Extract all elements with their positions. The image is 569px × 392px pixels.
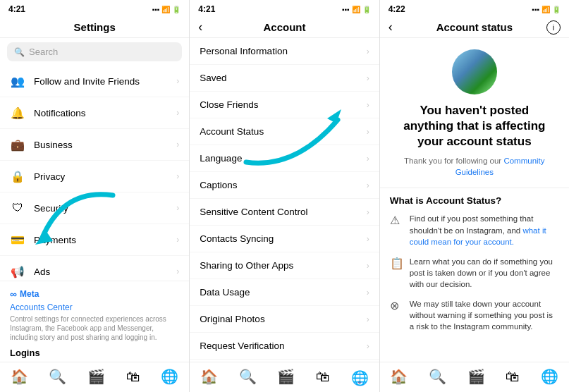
contacts-label: Contacts Syncing	[200, 233, 357, 244]
nav-search-2[interactable]: 🔍	[239, 368, 257, 385]
chevron-business: ›	[176, 140, 179, 149]
menu-notifications[interactable]: 🔔 Notifications ›	[0, 97, 189, 129]
business-label: Business	[34, 140, 168, 150]
chevron-captions: ›	[367, 180, 369, 190]
what-title: What is Account Status?	[390, 195, 559, 206]
info-item-2: 📋 Learn what you can do if something you…	[390, 256, 559, 290]
notif-icon: 🔔	[10, 105, 25, 121]
status-sub-text: Thank you for following our	[404, 157, 501, 165]
signal-icon-2: ▪▪▪	[342, 6, 350, 13]
language-label: Language	[200, 153, 357, 164]
status-icons-3: ▪▪▪ 📶 🔋	[532, 6, 561, 13]
nav-home-1[interactable]: 🏠	[11, 368, 28, 385]
chevron-sharing: ›	[367, 261, 369, 271]
privacy-icon: 🔒	[10, 169, 25, 184]
chevron-photos: ›	[367, 314, 369, 324]
info-text-1: Find out if you post something that shou…	[410, 213, 559, 247]
document-icon: 📋	[390, 257, 403, 270]
menu-close-friends[interactable]: Close Friends ›	[190, 92, 379, 118]
wifi-icon: 📶	[161, 6, 170, 13]
nav-profile-3[interactable]: 🌐	[541, 368, 558, 385]
account-link[interactable]: what it could mean for your account.	[410, 226, 546, 246]
nav-search-1[interactable]: 🔍	[49, 368, 66, 385]
wifi-icon-2: 📶	[352, 6, 360, 13]
status-heading: You haven't posted anything that is affe…	[380, 103, 569, 155]
account-screen: 4:21 ▪▪▪ 📶 🔋 ‹ Account Personal Informat…	[190, 0, 379, 392]
status-subtext: Thank you for following our Community Gu…	[380, 155, 569, 188]
menu-ads[interactable]: 📢 Ads ›	[0, 256, 189, 281]
settings-screen: 4:21 ▪▪▪ 📶 🔋 Settings 🔍 Search 👥 Follow …	[0, 0, 190, 392]
nav-home-3[interactable]: 🏠	[390, 368, 408, 385]
account-status-header: ‹ Account status i	[380, 17, 569, 38]
meta-logo: ∞ Meta	[10, 288, 179, 300]
menu-original-photos[interactable]: Original Photos ›	[190, 306, 379, 333]
notif-label: Notifications	[34, 108, 168, 118]
nav-shop-1[interactable]: 🛍	[126, 369, 140, 385]
chevron-verification: ›	[367, 341, 369, 351]
nav-reels-2[interactable]: 🎬	[277, 368, 295, 385]
menu-request-verification[interactable]: Request Verification ›	[190, 333, 379, 360]
info-button[interactable]: i	[546, 20, 561, 35]
captions-label: Captions	[200, 180, 357, 190]
payments-label: Payments	[34, 235, 168, 245]
battery-icon-2: 🔋	[362, 6, 371, 13]
nav-shop-3[interactable]: 🛍	[506, 369, 520, 385]
nav-profile-1[interactable]: 🌐	[161, 368, 178, 385]
menu-captions[interactable]: Captions ›	[190, 172, 379, 199]
back-button-status[interactable]: ‹	[388, 20, 393, 35]
nav-reels-3[interactable]: 🎬	[467, 368, 485, 385]
status-bar-2: 4:21 ▪▪▪ 📶 🔋	[190, 0, 379, 17]
signal-icon: ▪▪▪	[152, 6, 160, 13]
nav-home-2[interactable]: 🏠	[200, 368, 218, 385]
menu-payments[interactable]: 💳 Payments ›	[0, 224, 189, 256]
settings-menu-list: 👥 Follow and Invite Friends › 🔔 Notifica…	[0, 66, 189, 281]
nav-reels-1[interactable]: 🎬	[87, 368, 105, 385]
business-icon: 💼	[10, 137, 25, 152]
menu-security[interactable]: 🛡 Security ›	[0, 192, 189, 224]
bottom-nav-2: 🏠 🔍 🎬 🛍 🌐	[190, 362, 379, 392]
menu-contacts-syncing[interactable]: Contacts Syncing ›	[190, 226, 379, 252]
account-status-screen: 4:22 ▪▪▪ 📶 🔋 ‹ Account status i You have…	[380, 0, 569, 392]
chevron-sensitive: ›	[367, 207, 369, 217]
search-placeholder: Search	[29, 47, 58, 57]
signal-icon-3: ▪▪▪	[532, 6, 539, 13]
follow-label: Follow and Invite Friends	[34, 76, 168, 87]
back-button-account[interactable]: ‹	[198, 20, 202, 35]
info-text-3: We may still take down your account with…	[410, 298, 559, 332]
security-label: Security	[34, 203, 168, 214]
menu-saved[interactable]: Saved ›	[190, 65, 379, 92]
nav-shop-2[interactable]: 🛍	[316, 369, 330, 385]
menu-business[interactable]: 💼 Business ›	[0, 129, 189, 161]
chevron-ads: ›	[176, 267, 179, 276]
what-section: What is Account Status? ⚠ Find out if yo…	[380, 188, 569, 345]
follow-icon: 👥	[10, 73, 25, 89]
nav-profile-2[interactable]: 🌐	[351, 369, 369, 384]
settings-header: Settings	[0, 17, 189, 38]
request-verification-label: Request Verification	[200, 341, 357, 351]
menu-language[interactable]: Language ›	[190, 145, 379, 172]
menu-sharing[interactable]: Sharing to Other Apps ›	[190, 252, 379, 279]
status-bar-1: 4:21 ▪▪▪ 📶 🔋	[0, 0, 189, 17]
screens-container: 4:21 ▪▪▪ 📶 🔋 Settings 🔍 Search 👥 Follow …	[0, 0, 569, 392]
chevron-contacts: ›	[367, 234, 369, 244]
security-icon: 🛡	[10, 200, 25, 216]
bottom-nav-1: 🏠 🔍 🎬 🛍 🌐	[0, 362, 189, 392]
menu-account-status[interactable]: Account Status ›	[190, 118, 379, 145]
menu-follow-friends[interactable]: 👥 Follow and Invite Friends ›	[0, 66, 189, 97]
circle-x-icon: ⊗	[390, 299, 403, 312]
close-friends-label: Close Friends	[200, 99, 357, 110]
nav-search-3[interactable]: 🔍	[429, 368, 446, 385]
menu-sensitive-content[interactable]: Sensitive Content Control ›	[190, 199, 379, 226]
menu-personal-info[interactable]: Personal Information ›	[190, 38, 379, 65]
menu-data-usage[interactable]: Data Usage ›	[190, 279, 379, 306]
sharing-label: Sharing to Other Apps	[200, 260, 357, 271]
wifi-icon-3: 📶	[542, 6, 550, 13]
logins-label: Logins	[10, 348, 40, 358]
data-usage-label: Data Usage	[200, 287, 357, 298]
ads-icon: 📢	[10, 264, 25, 279]
chevron-payments: ›	[176, 235, 179, 245]
chevron-close-friends: ›	[367, 100, 369, 110]
accounts-center-link[interactable]: Accounts Center	[10, 302, 179, 312]
search-bar[interactable]: 🔍 Search	[7, 42, 182, 61]
menu-privacy[interactable]: 🔒 Privacy ›	[0, 161, 189, 192]
